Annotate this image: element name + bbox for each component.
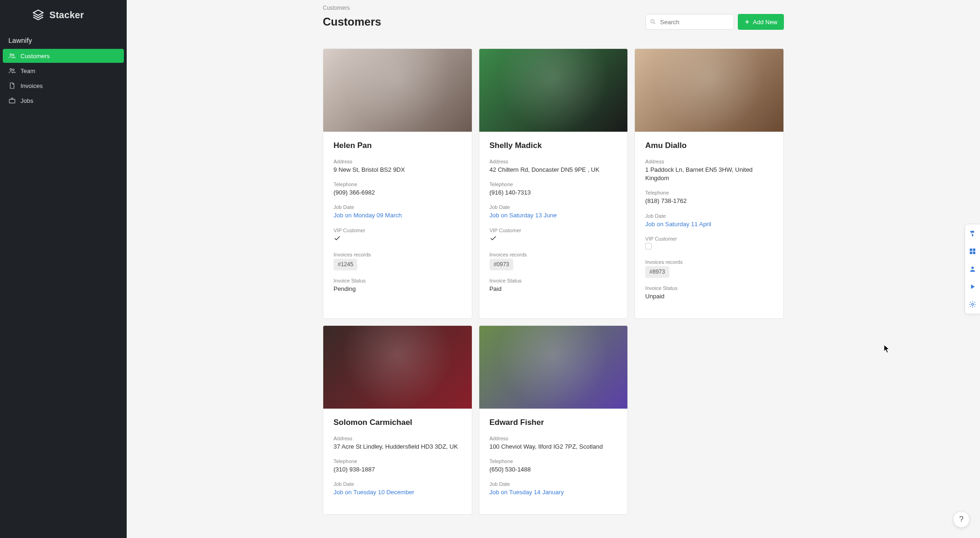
sidebar-item-label: Team (20, 67, 35, 74)
help-button[interactable]: ? (953, 511, 970, 528)
invoice-badge[interactable]: #8973 (645, 266, 669, 278)
field-label: Address (490, 436, 618, 441)
invoice-status: Unpaid (645, 293, 664, 300)
svg-line-7 (654, 22, 655, 24)
customer-address: 42 Chiltern Rd, Doncaster DN5 9PE , UK (490, 166, 599, 173)
field-label: Telephone (490, 182, 618, 187)
main-content: Customers Customers Add New Helen PanAdd… (127, 0, 980, 538)
sidebar-item-jobs[interactable]: Jobs (3, 94, 124, 108)
customer-address: 1 Paddock Ln, Barnet EN5 3HW, United Kin… (645, 166, 753, 182)
workspace-name[interactable]: Lawnify (0, 30, 127, 49)
field-label: Job Date (645, 213, 773, 219)
customer-telephone: (650) 530-1488 (490, 466, 531, 473)
customer-card[interactable]: Amu DialloAddress1 Paddock Ln, Barnet EN… (634, 48, 784, 319)
customer-photo (479, 49, 628, 132)
field-label: VIP Customer (645, 236, 773, 242)
gear-icon[interactable] (967, 299, 978, 310)
field-label: Invoice Status (645, 285, 773, 291)
search-input[interactable] (646, 14, 734, 30)
svg-marker-0 (34, 10, 43, 16)
page-title: Customers (323, 15, 381, 28)
customer-job-link[interactable]: Job on Saturday 11 April (645, 221, 711, 228)
sidebar-item-invoices[interactable]: Invoices (3, 79, 124, 93)
brand-name: Stacker (49, 10, 84, 20)
svg-point-1 (10, 54, 12, 55)
plus-icon (744, 19, 750, 25)
sidebar-item-label: Invoices (20, 82, 43, 89)
add-new-button[interactable]: Add New (738, 14, 784, 30)
customer-job-link[interactable]: Job on Tuesday 14 January (490, 489, 564, 496)
field-label: Invoices records (333, 252, 462, 257)
sidebar-item-customers[interactable]: Customers (3, 49, 124, 63)
search-icon (650, 19, 656, 25)
field-label: Address (490, 159, 618, 164)
invoice-badge[interactable]: #0973 (490, 259, 513, 270)
customer-card[interactable]: Edward FisherAddress100 Cheviot Way, Ilf… (479, 325, 628, 515)
customer-address: 37 Acre St Lindley, Huddersfield HD3 3DZ… (333, 443, 458, 450)
customer-card[interactable]: Shelly MadickAddress42 Chiltern Rd, Donc… (479, 48, 628, 319)
paint-icon[interactable] (967, 228, 978, 239)
field-label: Invoice Status (490, 278, 618, 283)
logo-icon (32, 8, 45, 21)
field-label: Address (645, 159, 773, 164)
breadcrumb[interactable]: Customers (323, 5, 784, 11)
customer-address: 100 Cheviot Way, Ilford IG2 7PZ, Scotlan… (490, 443, 603, 450)
sidebar-item-team[interactable]: Team (3, 64, 124, 78)
check-icon (333, 235, 341, 242)
field-label: Address (333, 436, 462, 441)
customer-address: 9 New St, Bristol BS2 9DX (333, 166, 405, 173)
svg-point-15 (971, 267, 973, 269)
field-label: VIP Customer (333, 228, 462, 233)
customer-card[interactable]: Helen PanAddress9 New St, Bristol BS2 9D… (323, 48, 472, 319)
customer-name: Edward Fisher (490, 418, 618, 427)
play-icon[interactable] (967, 281, 978, 292)
svg-rect-12 (973, 249, 975, 251)
field-label: Invoices records (490, 252, 618, 257)
customer-job-link[interactable]: Job on Saturday 13 June (490, 212, 557, 219)
person-icon[interactable] (967, 263, 978, 275)
svg-point-6 (651, 20, 654, 23)
customer-job-link[interactable]: Job on Monday 09 March (333, 212, 402, 219)
svg-point-4 (13, 69, 14, 70)
search-box (646, 14, 734, 30)
grid-icon[interactable] (967, 246, 978, 257)
svg-rect-5 (9, 99, 15, 103)
customers-grid: Helen PanAddress9 New St, Bristol BS2 9D… (323, 48, 784, 515)
field-label: Job Date (333, 481, 462, 487)
invoice-status: Pending (333, 285, 356, 292)
invoice-badge[interactable]: #1245 (333, 259, 357, 270)
customer-job-link[interactable]: Job on Tuesday 10 December (333, 489, 414, 496)
invoice-status: Paid (490, 285, 502, 292)
customer-telephone: (310) 938-1887 (333, 466, 375, 473)
customer-photo (479, 326, 628, 409)
svg-marker-16 (971, 284, 975, 289)
customer-name: Solomon Carmichael (333, 418, 462, 427)
field-label: Telephone (490, 458, 618, 464)
customer-telephone: (916) 140-7313 (490, 189, 531, 196)
field-label: Invoices records (645, 259, 773, 265)
customer-telephone: (818) 738-1762 (645, 197, 687, 204)
field-label: VIP Customer (490, 228, 618, 233)
tool-rail (965, 224, 980, 314)
nav-list: CustomersTeamInvoicesJobs (0, 49, 127, 108)
sidebar-item-label: Customers (20, 53, 50, 60)
field-label: Telephone (333, 182, 462, 187)
brand-logo[interactable]: Stacker (0, 0, 127, 30)
customer-telephone: (909) 366-6982 (333, 189, 375, 196)
svg-rect-13 (970, 252, 972, 254)
add-new-label: Add New (753, 19, 777, 26)
customer-photo (323, 49, 472, 132)
svg-point-17 (972, 303, 973, 305)
field-label: Job Date (490, 481, 618, 487)
svg-point-3 (10, 68, 12, 70)
customer-name: Helen Pan (333, 141, 462, 150)
field-label: Telephone (645, 190, 773, 195)
customer-photo (635, 49, 783, 132)
field-label: Invoice Status (333, 278, 462, 283)
field-label: Address (333, 159, 462, 164)
svg-rect-10 (972, 234, 973, 236)
field-label: Job Date (490, 204, 618, 210)
field-label: Job Date (333, 204, 462, 210)
svg-rect-14 (973, 252, 975, 254)
customer-card[interactable]: Solomon CarmichaelAddress37 Acre St Lind… (323, 325, 472, 515)
